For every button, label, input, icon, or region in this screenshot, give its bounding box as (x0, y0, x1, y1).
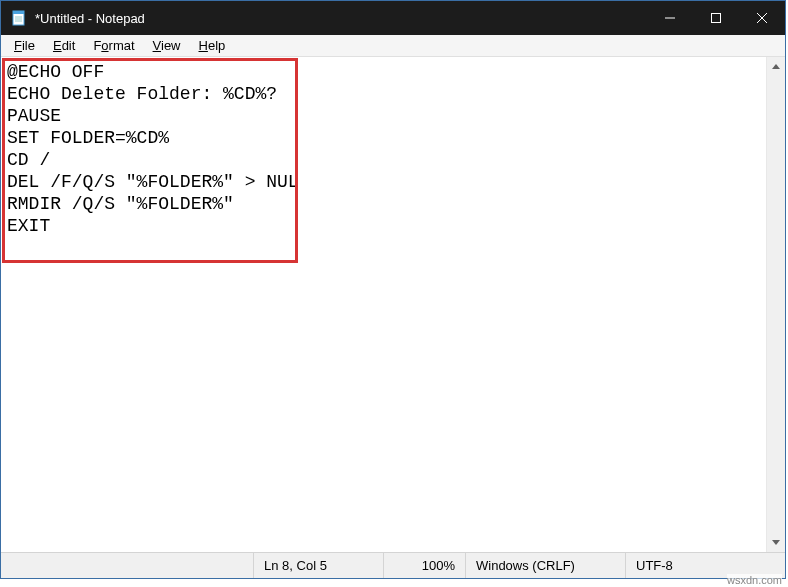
menu-help[interactable]: Help (190, 36, 235, 55)
svg-rect-1 (13, 11, 24, 14)
close-button[interactable] (739, 1, 785, 35)
scroll-up-button[interactable] (767, 57, 785, 76)
text-editor[interactable] (1, 57, 766, 552)
vertical-scrollbar[interactable] (766, 57, 785, 552)
menubar: File Edit Format View Help (1, 35, 785, 57)
close-icon (757, 13, 767, 23)
status-cursor-position: Ln 8, Col 5 (253, 553, 383, 578)
statusbar: Ln 8, Col 5 100% Windows (CRLF) UTF-8 (1, 552, 785, 578)
minimize-icon (665, 13, 675, 23)
notepad-window: *Untitled - Notepad File Edit Format Vie… (0, 0, 786, 579)
scroll-track[interactable] (767, 76, 785, 533)
chevron-up-icon (772, 64, 780, 69)
menu-edit[interactable]: Edit (44, 36, 84, 55)
menu-file[interactable]: File (5, 36, 44, 55)
status-zoom: 100% (383, 553, 465, 578)
status-empty (1, 553, 253, 578)
scroll-down-button[interactable] (767, 533, 785, 552)
chevron-down-icon (772, 540, 780, 545)
titlebar[interactable]: *Untitled - Notepad (1, 1, 785, 35)
menu-format[interactable]: Format (84, 36, 143, 55)
status-line-ending: Windows (CRLF) (465, 553, 625, 578)
window-title: *Untitled - Notepad (35, 11, 145, 26)
minimize-button[interactable] (647, 1, 693, 35)
maximize-icon (711, 13, 721, 23)
editor-wrap (1, 57, 766, 552)
menu-view[interactable]: View (144, 36, 190, 55)
notepad-icon (11, 10, 27, 26)
watermark: wsxdn.com (727, 574, 782, 586)
client-area (1, 57, 785, 552)
maximize-button[interactable] (693, 1, 739, 35)
svg-rect-6 (712, 14, 721, 23)
